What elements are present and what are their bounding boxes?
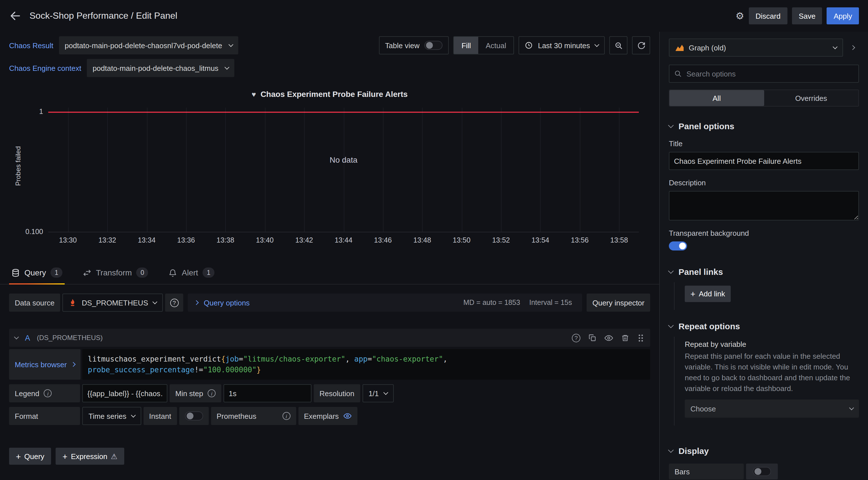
panel-settings-button[interactable]: ⚙ <box>736 11 744 21</box>
drag-handle-grip-icon[interactable] <box>637 334 645 342</box>
vertical-gridline <box>462 108 462 232</box>
options-tab-overrides[interactable]: Overrides <box>764 90 858 106</box>
legend-label: Legend <box>15 389 39 398</box>
refresh-button[interactable] <box>632 36 650 55</box>
options-search-input[interactable] <box>686 69 854 78</box>
fill-option[interactable]: Fill <box>454 37 478 54</box>
apply-button[interactable]: Apply <box>827 7 859 24</box>
query-row-actions: ? <box>572 334 645 342</box>
variable-row-chaos-engine-context: Chaos Engine context podtato-main-pod-de… <box>9 59 238 77</box>
tab-query[interactable]: Query 1 <box>9 262 65 284</box>
sub-header: Chaos Result podtato-main-pod-delete-cha… <box>0 32 659 77</box>
collapse-options-pane-button[interactable] <box>846 38 859 57</box>
add-expression-button[interactable]: + Expression ⚠ <box>56 448 124 465</box>
datasource-help-button[interactable]: ? <box>165 294 183 312</box>
repeat-variable-select[interactable]: Choose <box>685 400 859 418</box>
panel-description-textarea[interactable] <box>669 191 859 220</box>
title-field: Title <box>669 139 859 170</box>
chevron-down-icon <box>668 322 674 328</box>
promql-token: != <box>194 366 203 374</box>
transform-icon <box>83 268 91 277</box>
zoom-out-button[interactable] <box>609 36 627 55</box>
tab-alert[interactable]: Alert 1 <box>166 262 217 284</box>
chevron-down-icon <box>668 123 674 128</box>
instant-switch[interactable] <box>185 411 203 420</box>
max-datapoints-info: MD = auto = 1853 <box>464 299 520 307</box>
transparent-background-switch[interactable] <box>669 241 687 250</box>
x-axis-tick-label: 13:42 <box>295 236 313 244</box>
repeat-variable-placeholder: Choose <box>690 405 716 413</box>
datasource-picker[interactable]: DS_PROMETHEUS <box>62 294 163 312</box>
graph-plot-area[interactable]: 1 0.100 No data 13:3013:3213:3413:3613:3… <box>48 108 639 232</box>
tab-count-badge: 1 <box>51 268 62 278</box>
promql-token: { <box>221 355 225 363</box>
time-range-picker[interactable]: Last 30 minutes <box>519 36 605 55</box>
min-step-label: Min step <box>175 389 203 398</box>
prometheus-flame-icon <box>69 299 76 307</box>
query-inspector-button[interactable]: Query inspector <box>587 294 650 312</box>
scale-wrapper: Sock-Shop Performance / Edit Panel ⚙ Dis… <box>0 0 868 480</box>
help-icon[interactable]: ? <box>572 334 580 342</box>
panel-preview: ♥ Chaos Experiment Probe Failure Alerts … <box>0 90 659 232</box>
page-title: Sock-Shop Performance / Edit Panel <box>30 11 727 21</box>
table-view-switch[interactable] <box>425 41 443 50</box>
repeat-options-section-header[interactable]: Repeat options <box>669 321 859 331</box>
bars-switch[interactable] <box>753 467 771 476</box>
warning-icon: ⚠ <box>111 452 118 460</box>
discard-button[interactable]: Discard <box>749 7 787 24</box>
options-search-box <box>669 65 859 83</box>
variable-select-chaos-result[interactable]: podtato-main-pod-delete-chaosnl7vd-pod-d… <box>59 36 238 55</box>
variable-select-chaos-engine-context[interactable]: podtato-main-pod-delete-chaos_litmus <box>87 59 234 77</box>
min-step-input[interactable] <box>223 384 311 402</box>
search-icon <box>674 70 682 78</box>
chevron-right-icon <box>850 45 855 50</box>
delete-query-trash-icon[interactable] <box>621 334 629 342</box>
x-axis-tick-label: 13:48 <box>413 236 431 244</box>
section-title: Panel links <box>679 267 723 277</box>
add-link-button[interactable]: + Add link <box>685 286 731 302</box>
x-axis-tick-label: 13:30 <box>59 236 77 244</box>
save-button[interactable]: Save <box>792 7 822 24</box>
duplicate-query-icon[interactable] <box>588 334 596 342</box>
visualization-picker[interactable]: Graph (old) <box>669 38 843 57</box>
options-tab-all[interactable]: All <box>670 90 764 106</box>
actual-option[interactable]: Actual <box>478 37 514 54</box>
display-section-header[interactable]: Display <box>669 446 859 456</box>
panel-options-section-header[interactable]: Panel options <box>669 121 859 131</box>
tab-count-badge: 0 <box>136 268 148 278</box>
back-button[interactable] <box>9 10 22 22</box>
panel-links-section-header[interactable]: Panel links <box>669 267 859 277</box>
options-filter-tabs: All Overrides <box>669 90 859 107</box>
resolution-label-chip: Resolution <box>314 384 360 402</box>
promql-token: app <box>354 355 368 363</box>
title-field-label: Title <box>669 139 859 148</box>
promql-query-input[interactable]: litmuschaos_experiment_verdict{job="litm… <box>82 349 650 380</box>
exemplars-eye-icon[interactable] <box>343 412 352 420</box>
resolution-select[interactable]: 1/1 <box>362 384 394 402</box>
editor-footer-actions: + Query + Expression ⚠ <box>9 448 650 474</box>
tab-transform[interactable]: Transform 0 <box>81 262 151 284</box>
promql-token: , <box>443 355 447 363</box>
x-axis-tick-label: 13:44 <box>335 236 352 244</box>
format-select[interactable]: Time series <box>82 407 141 425</box>
chevron-down-icon <box>153 300 157 304</box>
fill-actual-toggle: Fill Actual <box>454 36 514 55</box>
bars-option-row: Bars <box>669 464 859 480</box>
collapse-query-chevron-icon[interactable] <box>14 335 19 339</box>
panel-links-content: + Add link <box>674 282 859 310</box>
top-nav-bar: Sock-Shop Performance / Edit Panel ⚙ Dis… <box>0 0 868 32</box>
transparent-background-field: Transparent background <box>669 229 859 252</box>
query-options-toggle[interactable]: Query options <box>204 298 250 307</box>
resolution-value: 1/1 <box>369 389 379 398</box>
promql-token: } <box>256 366 261 374</box>
promql-token: = <box>239 355 243 363</box>
gear-icon: ⚙ <box>736 11 744 21</box>
add-query-button[interactable]: + Query <box>9 448 51 465</box>
toggle-visibility-eye-icon[interactable] <box>604 334 613 342</box>
legend-input[interactable] <box>82 384 167 402</box>
panel-title-input[interactable] <box>669 152 859 170</box>
vertical-gridline <box>147 108 147 232</box>
metrics-browser-button[interactable]: Metrics browser <box>9 349 81 380</box>
query-row-header[interactable]: A (DS_PROMETHEUS) ? <box>9 329 650 347</box>
promql-token: , <box>345 355 354 363</box>
